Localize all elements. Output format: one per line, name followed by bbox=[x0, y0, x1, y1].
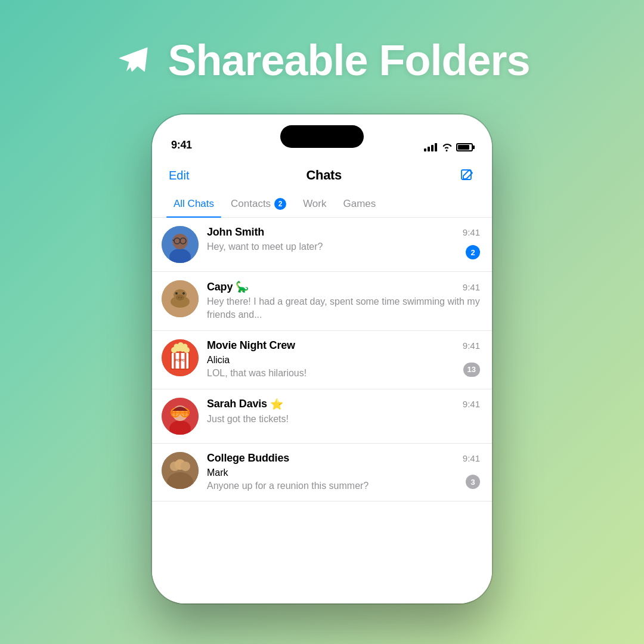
tab-contacts-label: Contacts bbox=[231, 198, 271, 210]
svg-point-11 bbox=[182, 292, 185, 295]
tab-work[interactable]: Work bbox=[296, 193, 333, 217]
chat-name-college-buddies: College Buddies bbox=[207, 452, 289, 465]
svg-point-12 bbox=[178, 297, 179, 298]
chat-item-john-smith[interactable]: John Smith 9:41 Hey, want to meet up lat… bbox=[152, 218, 492, 272]
chat-preview-sarah-davis: Just got the tickets! bbox=[207, 413, 480, 426]
chat-body-movie-night-crew: Movie Night Crew 9:41 AliciaLOL, that wa… bbox=[207, 339, 480, 380]
tab-contacts[interactable]: Contacts 2 bbox=[224, 193, 293, 217]
chat-time-capy: 9:41 bbox=[463, 282, 480, 292]
contacts-badge: 2 bbox=[274, 198, 286, 210]
phone-frame: 9:41 Edit Chats bbox=[152, 114, 492, 603]
tab-all-chats-label: All Chats bbox=[174, 198, 214, 210]
app-content: Edit Chats All Chats Contacts 2 Work bbox=[152, 156, 492, 603]
signal-icon bbox=[424, 143, 437, 151]
telegram-logo-icon bbox=[114, 39, 156, 81]
chat-item-capy[interactable]: Capy 🦕 9:41 Hey there! I had a great day… bbox=[152, 272, 492, 331]
chat-name-movie-night-crew: Movie Night Crew bbox=[207, 339, 295, 352]
avatar-movie-night-crew: POPC bbox=[162, 339, 199, 376]
svg-point-23 bbox=[182, 343, 188, 349]
status-icons bbox=[424, 143, 473, 151]
unread-badge-movie-night-crew: 13 bbox=[463, 363, 480, 377]
svg-point-35 bbox=[181, 462, 190, 471]
chat-body-sarah-davis: Sarah Davis ⭐ 9:41 Just got the tickets! bbox=[207, 398, 480, 426]
chat-body-capy: Capy 🦕 9:41 Hey there! I had a great day… bbox=[207, 280, 480, 322]
svg-point-10 bbox=[175, 292, 178, 295]
tab-all-chats[interactable]: All Chats bbox=[166, 193, 221, 217]
avatar-college-buddies bbox=[162, 452, 199, 489]
status-time: 9:41 bbox=[171, 139, 192, 151]
edit-button[interactable]: Edit bbox=[169, 169, 189, 182]
chat-preview-college-buddies: MarkAnyone up for a reunion this summer? bbox=[207, 466, 480, 493]
svg-point-9 bbox=[176, 295, 184, 301]
avatar-capy bbox=[162, 280, 199, 317]
chat-time-john-smith: 9:41 bbox=[463, 227, 480, 237]
chat-item-sarah-davis[interactable]: Sarah Davis ⭐ 9:41 Just got the tickets! bbox=[152, 389, 492, 444]
unread-badge-john-smith: 2 bbox=[466, 245, 480, 259]
chat-time-movie-night-crew: 9:41 bbox=[463, 340, 480, 351]
tab-games-label: Games bbox=[343, 198, 376, 210]
tab-games[interactable]: Games bbox=[336, 193, 383, 217]
nav-title: Chats bbox=[306, 168, 342, 183]
chat-time-sarah-davis: 9:41 bbox=[463, 399, 480, 409]
wifi-icon bbox=[441, 143, 452, 151]
chat-list: John Smith 9:41 Hey, want to meet up lat… bbox=[152, 218, 492, 501]
chat-item-college-buddies[interactable]: College Buddies 9:41 MarkAnyone up for a… bbox=[152, 444, 492, 502]
chat-name-capy: Capy 🦕 bbox=[207, 280, 249, 293]
chat-item-movie-night-crew[interactable]: POPC Movie Night Crew 9:41 bbox=[152, 331, 492, 389]
chat-preview-movie-night-crew: AliciaLOL, that was hilarious! bbox=[207, 354, 480, 380]
nav-bar: Edit Chats bbox=[152, 156, 492, 191]
folder-tabs: All Chats Contacts 2 Work Games bbox=[152, 191, 492, 218]
chat-preview-capy: Hey there! I had a great day, spent some… bbox=[207, 295, 480, 322]
tab-work-label: Work bbox=[303, 198, 326, 210]
chat-name-john-smith: John Smith bbox=[207, 226, 264, 239]
chat-name-sarah-davis: Sarah Davis ⭐ bbox=[207, 398, 283, 411]
avatar-sarah-davis bbox=[162, 398, 199, 435]
chat-body-college-buddies: College Buddies 9:41 MarkAnyone up for a… bbox=[207, 452, 480, 493]
svg-text:POPC: POPC bbox=[175, 358, 185, 362]
chat-preview-john-smith: Hey, want to meet up later? bbox=[207, 240, 480, 253]
avatar-john-smith bbox=[162, 226, 199, 263]
chat-body-john-smith: John Smith 9:41 Hey, want to meet up lat… bbox=[207, 226, 480, 253]
battery-icon bbox=[456, 143, 473, 151]
compose-button[interactable] bbox=[459, 167, 475, 184]
chat-time-college-buddies: 9:41 bbox=[463, 453, 480, 463]
svg-point-13 bbox=[181, 297, 182, 298]
page-header: Shareable Folders bbox=[114, 36, 530, 85]
page-title: Shareable Folders bbox=[168, 36, 530, 85]
dynamic-island bbox=[280, 125, 364, 148]
